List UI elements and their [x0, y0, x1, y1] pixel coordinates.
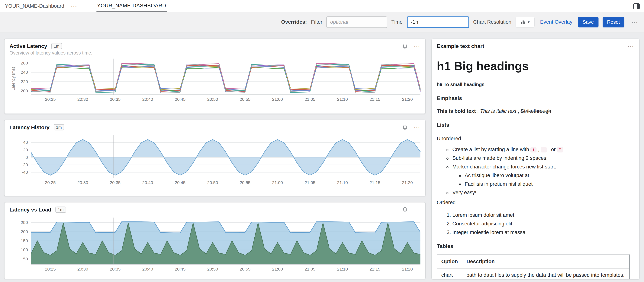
charts-column: Active Latency 1m ⋯ Overview of latency …	[4, 38, 426, 280]
md-heading-tables: Tables	[437, 243, 634, 250]
toolbar-menu-icon[interactable]: ⋯	[632, 19, 638, 25]
svg-text:21:00: 21:00	[272, 267, 283, 272]
svg-text:21:15: 21:15	[370, 97, 380, 102]
chart-resolution-icon	[520, 19, 526, 25]
bold-text: This is bold text	[437, 108, 476, 114]
svg-text:20:25: 20:25	[45, 267, 56, 272]
svg-text:220: 220	[21, 79, 28, 84]
md-ordered-label: Ordered	[437, 199, 634, 206]
svg-text:20: 20	[23, 147, 28, 152]
svg-text:20:45: 20:45	[175, 180, 186, 185]
text-column: Example text chart ⋯ h1 Big headings h6 …	[432, 38, 640, 280]
svg-text:21:20: 21:20	[402, 180, 413, 185]
italic-text: This is italic text	[480, 108, 516, 114]
svg-text:250: 250	[21, 220, 28, 225]
list-item: Lorem ipsum dolor sit amet	[452, 211, 634, 219]
chart-title: Latency History	[10, 124, 50, 131]
alert-bell-icon[interactable]	[402, 207, 408, 213]
list-item: Integer molestie lorem at massa	[452, 229, 634, 236]
table-header-row: Option Description	[437, 255, 630, 268]
svg-text:20:35: 20:35	[110, 97, 120, 102]
latency-history-chart[interactable]: -40-200204020:2520:3020:3520:4020:4520:5…	[10, 135, 421, 188]
alert-bell-icon[interactable]	[402, 43, 408, 49]
svg-text:20:55: 20:55	[240, 267, 250, 272]
chart-title: Active Latency	[10, 43, 47, 49]
list-item: Create a list by starting a line with + …	[452, 146, 634, 153]
svg-text:200: 200	[21, 88, 28, 93]
svg-text:21:10: 21:10	[337, 180, 348, 185]
svg-text:0: 0	[26, 155, 28, 160]
md-h1: h1 Big headings	[437, 57, 634, 75]
svg-text:21:10: 21:10	[337, 267, 348, 272]
chart-menu-icon[interactable]: ⋯	[414, 207, 420, 213]
markdown-content: h1 Big headings h6 To small headings Emp…	[437, 57, 634, 280]
inline-code: *	[557, 147, 563, 152]
markdown-table: Option Description chart path to data fi…	[437, 254, 630, 280]
save-button[interactable]: Save	[578, 17, 598, 27]
svg-text:20:25: 20:25	[45, 180, 56, 185]
svg-text:260: 260	[21, 61, 28, 65]
inline-code: +	[530, 147, 536, 152]
dashboard-tab[interactable]: YOUR_NAME-DASHBOARD	[96, 0, 167, 12]
plot-area: Latency (ms) 20022024026020:2520:3020:35…	[10, 58, 420, 105]
svg-text:40: 40	[23, 140, 28, 145]
dashboard-group-title[interactable]: YOUR_NAME-Dashboard	[5, 3, 64, 9]
latency-vs-load-chart[interactable]: 5010015020025020:2520:3020:3520:4020:452…	[10, 217, 421, 274]
table-header: Description	[462, 255, 630, 268]
resolution-badge: 1m	[55, 207, 66, 213]
strikethrough-text: Strikethrough	[521, 108, 551, 114]
svg-text:21:20: 21:20	[402, 97, 413, 102]
svg-text:21:00: 21:00	[272, 180, 283, 185]
svg-text:21:05: 21:05	[304, 267, 315, 272]
list-item: Ac tristique libero volutpat at	[465, 172, 634, 179]
list-item: Marker character change forces new list …	[452, 163, 634, 188]
plot-area: -40-200204020:2520:3020:3520:4020:4520:5…	[10, 135, 420, 189]
svg-text:20:55: 20:55	[240, 180, 250, 185]
list-item: Facilisis in pretium nisl aliquet	[465, 180, 634, 188]
text-chart-card: Example text chart ⋯ h1 Big headings h6 …	[432, 38, 640, 280]
resolution-badge: 1m	[51, 43, 62, 49]
overrides-label: Overrides:	[281, 19, 307, 25]
table-row: chart path to data files to supply the d…	[437, 268, 630, 280]
svg-text:21:15: 21:15	[370, 180, 380, 185]
svg-text:21:05: 21:05	[304, 180, 315, 185]
nested-list: Ac tristique libero volutpat at Facilisi…	[452, 172, 634, 188]
md-h6: h6 To small headings	[437, 81, 634, 88]
time-input[interactable]	[407, 16, 469, 28]
group-menu-icon[interactable]: ⋯	[71, 3, 78, 9]
svg-text:21:10: 21:10	[337, 97, 348, 102]
svg-text:20:55: 20:55	[240, 97, 250, 102]
panel-toggle-icon[interactable]	[633, 3, 640, 10]
svg-text:20:30: 20:30	[78, 267, 88, 272]
md-heading-emphasis: Emphasis	[437, 95, 634, 102]
svg-text:20:45: 20:45	[175, 97, 186, 102]
dashboard-body: Active Latency 1m ⋯ Overview of latency …	[0, 32, 644, 280]
chart-resolution-dropdown[interactable]: ▾	[516, 17, 534, 27]
unordered-list: Create a list by starting a line with + …	[437, 146, 634, 196]
svg-text:20:50: 20:50	[207, 267, 218, 272]
chart-card-active-latency: Active Latency 1m ⋯ Overview of latency …	[4, 38, 426, 114]
svg-text:20:35: 20:35	[110, 267, 120, 272]
alert-bell-icon[interactable]	[402, 124, 408, 131]
reset-button[interactable]: Reset	[602, 17, 624, 27]
chart-title: Latency vs Load	[10, 207, 51, 213]
title-bar-left: YOUR_NAME-Dashboard ⋯ YOUR_NAME-DASHBOAR…	[5, 0, 167, 12]
md-heading-lists: Lists	[437, 121, 634, 129]
event-overlay-link[interactable]: Event Overlay	[540, 19, 572, 25]
svg-text:20:40: 20:40	[142, 180, 153, 185]
svg-text:21:15: 21:15	[370, 267, 380, 272]
dashboard-app: YOUR_NAME-Dashboard ⋯ YOUR_NAME-DASHBOAR…	[0, 0, 644, 282]
filter-input[interactable]	[326, 16, 387, 28]
chart-menu-icon[interactable]: ⋯	[414, 124, 420, 131]
card-header: Latency vs Load 1m ⋯	[10, 207, 420, 213]
svg-text:20:40: 20:40	[142, 97, 153, 102]
svg-text:20:50: 20:50	[207, 180, 218, 185]
list-item: Very easy!	[452, 189, 634, 197]
svg-text:21:05: 21:05	[304, 97, 315, 102]
y-axis-label: Latency (ms)	[11, 67, 16, 91]
active-latency-chart[interactable]: 20022024026020:2520:3020:3520:4020:4520:…	[10, 58, 421, 104]
chart-menu-icon[interactable]: ⋯	[414, 43, 420, 49]
chart-resolution-label: Chart Resolution	[473, 19, 512, 25]
chart-menu-icon[interactable]: ⋯	[628, 43, 634, 49]
resolution-badge: 1m	[54, 124, 64, 131]
